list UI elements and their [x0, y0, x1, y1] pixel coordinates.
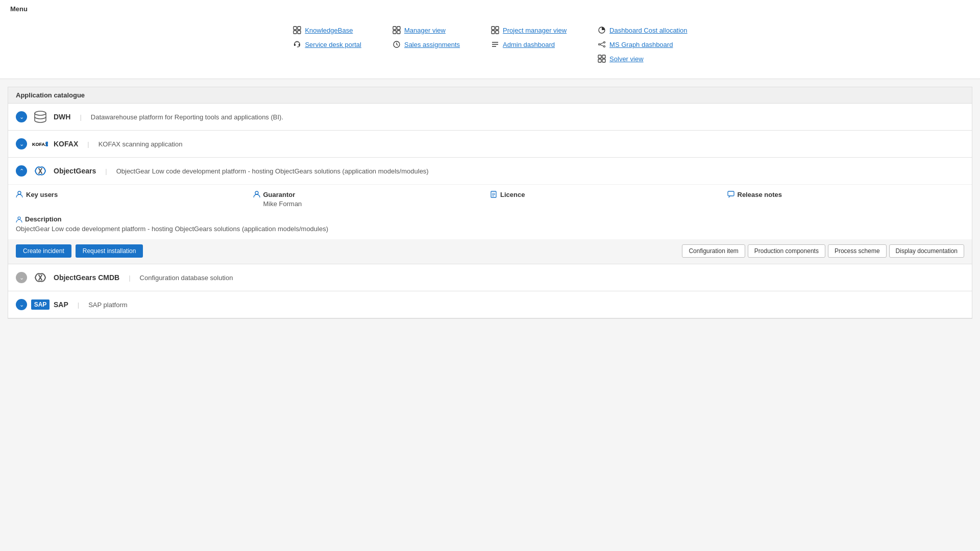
svg-text:KOFAX: KOFAX [32, 142, 48, 147]
svg-rect-25 [602, 55, 605, 58]
user-icon-keyusers [16, 191, 23, 199]
svg-rect-38 [728, 191, 734, 196]
app-row-objectgears: ⌃ ObjectGears | ObjectGear Low code deve… [8, 158, 972, 264]
guarantor-value: Mike Forman [263, 200, 302, 208]
og-desc-label: Description [16, 215, 964, 223]
og-release-notes: Release notes [727, 191, 965, 208]
chat-icon [727, 191, 734, 199]
svg-point-33 [255, 191, 258, 194]
svg-point-39 [18, 217, 20, 219]
dwh-name: DWH [54, 113, 70, 121]
servicedesk-label: Service desk portal [305, 41, 361, 48]
grid-icon-4 [597, 54, 606, 63]
menu-item-project-manager[interactable]: Project manager view [491, 26, 567, 35]
user-icon-desc [16, 215, 22, 223]
og-guarantor: Guarantor Mike Forman [253, 191, 491, 208]
og-desc: ObjectGear Low code development platform… [116, 167, 429, 175]
sap-logo: SAP [32, 296, 48, 313]
lines-icon [491, 40, 500, 49]
pie-icon [597, 26, 606, 35]
menu-item-admin[interactable]: Admin dashboard [491, 40, 567, 49]
svg-rect-7 [397, 27, 400, 30]
menu-column-2: Manager view Sales assignments [392, 26, 460, 63]
sap-sep: | [78, 301, 79, 309]
menu-item-dashboard-cost[interactable]: Dashboard Cost allocation [597, 26, 687, 35]
og-key-users: Key users [16, 191, 253, 208]
sap-header: ⌄ SAP SAP | SAP platform [8, 291, 972, 318]
catalogue-title: Application catalogue [8, 87, 972, 104]
configuration-item-button[interactable]: Configuration item [682, 244, 745, 258]
svg-point-21 [604, 46, 605, 47]
svg-point-32 [18, 191, 21, 194]
project-manager-label: Project manager view [503, 27, 567, 34]
og-cmdb-desc: Configuration database solution [140, 274, 233, 282]
kofax-logo: KOFAX [32, 136, 48, 152]
og-header: ⌃ ObjectGears | ObjectGear Low code deve… [8, 158, 972, 184]
menu-item-sales[interactable]: Sales assignments [392, 40, 460, 49]
svg-rect-8 [393, 31, 396, 34]
sap-desc: SAP platform [88, 301, 127, 309]
og-chevron[interactable]: ⌃ [16, 165, 27, 177]
app-row-kofax: ⌄ KOFAX KOFAX | KOFAX scanning applicati… [8, 131, 972, 158]
og-licence: Licence [490, 191, 727, 208]
user-icon-guarantor [253, 191, 260, 199]
svg-rect-9 [397, 31, 400, 34]
svg-point-20 [604, 42, 605, 43]
svg-rect-24 [598, 55, 601, 58]
clock-icon [392, 40, 401, 49]
sales-label: Sales assignments [404, 41, 460, 48]
admin-label: Admin dashboard [503, 41, 555, 48]
og-actions-right: Configuration item Production components… [682, 244, 964, 258]
dwh-logo [32, 109, 48, 125]
menu-column-3: Project manager view Admin dashboard [491, 26, 567, 63]
og-logo [32, 163, 48, 179]
licence-icon [490, 191, 497, 199]
og-desc-section: Description ObjectGear Low code developm… [8, 210, 972, 235]
svg-rect-13 [492, 31, 495, 34]
sap-chevron[interactable]: ⌄ [16, 299, 27, 310]
dwh-chevron[interactable]: ⌄ [16, 111, 27, 122]
og-expanded: Key users Guarantor Mike Forman [8, 184, 972, 264]
og-cmdb-sep: | [129, 274, 130, 282]
dwh-sep: | [80, 113, 81, 121]
menu-item-servicedesk[interactable]: Service desk portal [292, 40, 361, 49]
create-incident-button[interactable]: Create incident [16, 244, 71, 258]
svg-rect-12 [496, 27, 499, 30]
solver-label: Solver view [609, 55, 643, 63]
kofax-desc: KOFAX scanning application [99, 140, 183, 148]
grid-icon-2 [392, 26, 401, 35]
svg-rect-2 [293, 31, 297, 34]
kofax-header: ⌄ KOFAX KOFAX | KOFAX scanning applicati… [8, 131, 972, 157]
app-row-sap: ⌄ SAP SAP | SAP platform [8, 291, 972, 318]
key-users-label: Key users [26, 191, 58, 198]
display-documentation-button[interactable]: Display documentation [889, 244, 964, 258]
dwh-header: ⌄ DWH | Datawarehouse platform for Repor… [8, 104, 972, 130]
kofax-chevron[interactable]: ⌄ [16, 138, 27, 149]
menu-column-1: KnowledgeBase Service desk portal [292, 26, 361, 63]
menu-title: Menu [10, 5, 970, 13]
og-sep: | [105, 167, 107, 175]
menu-item-manager-view[interactable]: Manager view [392, 26, 460, 35]
manager-view-label: Manager view [404, 27, 446, 34]
process-scheme-button[interactable]: Process scheme [828, 244, 887, 258]
og-details-row: Key users Guarantor Mike Forman [8, 184, 972, 210]
menu-item-solver[interactable]: Solver view [597, 54, 687, 63]
svg-rect-30 [46, 142, 48, 144]
kofax-name: KOFAX [54, 140, 78, 148]
menu-grid: KnowledgeBase Service desk portal [10, 20, 970, 68]
svg-line-22 [600, 43, 604, 44]
og-cmdb-chevron[interactable]: ⌄ [16, 272, 27, 283]
svg-rect-14 [496, 31, 499, 34]
svg-rect-3 [298, 31, 301, 34]
svg-rect-26 [598, 59, 601, 62]
dwh-desc: Datawarehouse platform for Reporting too… [91, 113, 283, 121]
request-installation-button[interactable]: Request installation [76, 244, 143, 258]
branches-icon [597, 40, 606, 49]
og-cmdb-logo [32, 269, 48, 286]
grid-icon-3 [491, 26, 500, 35]
production-components-button[interactable]: Production components [748, 244, 825, 258]
svg-rect-1 [298, 27, 301, 30]
app-row-og-cmdb: ⌄ ObjectGears CMDB | Configuration datab… [8, 264, 972, 291]
menu-item-ms-graph[interactable]: MS Graph dashboard [597, 40, 687, 49]
menu-item-knowledgebase[interactable]: KnowledgeBase [292, 26, 361, 35]
